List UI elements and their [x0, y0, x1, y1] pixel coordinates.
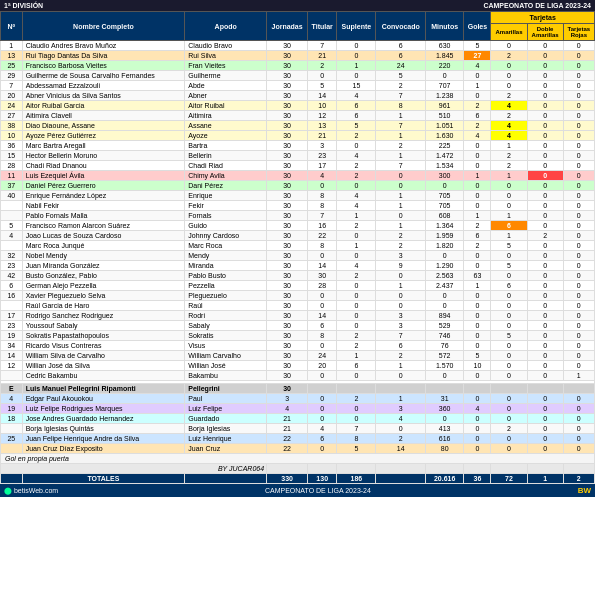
cell-titular: 0	[308, 444, 337, 454]
table-row: Juan Cruz Díaz ExpositoJuan Cruz22051480…	[1, 444, 595, 454]
cell-goles: 0	[464, 444, 491, 454]
cell-rojas: 0	[563, 414, 594, 424]
col-amarillas: Amarillas	[491, 24, 527, 41]
cell-nombre: Youssouf Sabaly	[22, 321, 185, 331]
credit-row: BY JUCAR064	[1, 464, 595, 474]
cell-damarillas: 0	[527, 61, 563, 71]
cell-nombre: Enrique Fernández López	[22, 191, 185, 201]
table-row: 25Francisco Barbosa VieitesFran Vieites3…	[1, 61, 595, 71]
cell-rojas: 0	[563, 301, 594, 311]
cell-apodo: Fekir	[185, 201, 267, 211]
cell-nombre: Nobel Mendy	[22, 251, 185, 261]
cell-apodo: Assane	[185, 121, 267, 131]
cell-apodo: Chadi Riad	[185, 161, 267, 171]
cell-minutos: 1.820	[425, 241, 463, 251]
cell-suplente: 15	[337, 81, 376, 91]
cell-rojas: 0	[563, 394, 594, 404]
cell-nombre: Rodrigo Sanchez Rodriguez	[22, 311, 185, 321]
cell-amarillas: 0	[491, 201, 527, 211]
cell-nombre: Raúl Garcia de Haro	[22, 301, 185, 311]
cell-nombre: Francisco Barbosa Vieites	[22, 61, 185, 71]
cell-amarillas: 0	[491, 394, 527, 404]
cell-damarillas: 0	[527, 141, 563, 151]
table-row: 10Ayoze Pérez GutiérrezAyoze3021211.6304…	[1, 131, 595, 141]
table-row: 6German Alejo PezzellaPezzella3028012.43…	[1, 281, 595, 291]
totals-row: TOTALES33013018620.616367212	[1, 474, 595, 484]
cell-jornadas: 30	[267, 241, 308, 251]
cell-goles: 10	[464, 361, 491, 371]
cell-jornadas: 30	[267, 51, 308, 61]
cell-amarillas: 0	[491, 361, 527, 371]
cell-num: 4	[1, 231, 23, 241]
cell-goles: 0	[464, 251, 491, 261]
cell-rojas: 0	[563, 61, 594, 71]
cell-rojas: 0	[563, 351, 594, 361]
cell-convocado: 3	[376, 311, 425, 321]
cell-convocado: 5	[376, 71, 425, 81]
cell-convocado: 7	[376, 91, 425, 101]
cell-convocado: 3	[376, 404, 425, 414]
cell-damarillas: 0	[527, 41, 563, 51]
cell-minutos: 0	[425, 291, 463, 301]
cell-num: 25	[1, 61, 23, 71]
cell-apodo: Guilherme	[185, 71, 267, 81]
cell-suplente: 2	[337, 394, 376, 404]
cell-amarillas: 0	[491, 271, 527, 281]
cell-amarillas: 0	[491, 301, 527, 311]
cell-nombre: Cedric Bakambu	[22, 371, 185, 381]
totals-cell-10: 1	[527, 474, 563, 484]
cell-nombre: Nabil Fekir	[22, 201, 185, 211]
cell-jornadas: 30	[267, 101, 308, 111]
cell-rojas: 0	[563, 111, 594, 121]
cell-titular: 12	[308, 111, 337, 121]
table-row: 36Marc Bartra AregallBartra303022250100	[1, 141, 595, 151]
cell-rojas: 0	[563, 151, 594, 161]
cell-amarillas: 6	[491, 221, 527, 231]
cell-nombre: Willian José da Silva	[22, 361, 185, 371]
table-row: 4Edgar Paul AkouokouPaul3021310000	[1, 394, 595, 404]
cell-num	[1, 371, 23, 381]
cell-nombre: Luis Manuel Pellegrini Ripamonti	[22, 384, 185, 394]
cell-amarillas: 6	[491, 281, 527, 291]
cell-damarillas: 0	[527, 161, 563, 171]
cell-titular: 14	[308, 311, 337, 321]
cell-titular: 30	[308, 271, 337, 281]
cell-convocado: 7	[376, 121, 425, 131]
cell-num: 16	[1, 291, 23, 301]
cell-titular: 5	[308, 81, 337, 91]
cell-jornadas: 30	[267, 41, 308, 51]
cell-apodo: Abner	[185, 91, 267, 101]
cell-goles: 0	[464, 191, 491, 201]
table-row: 11Luis Ezequiel ÁvilaChimy Avila30420300…	[1, 171, 595, 181]
cell-jornadas: 3	[267, 394, 308, 404]
cell-jornadas: 30	[267, 371, 308, 381]
cell-damarillas: 0	[527, 271, 563, 281]
cell-rojas: 0	[563, 361, 594, 371]
cell-goles: 63	[464, 271, 491, 281]
cell-rojas: 0	[563, 121, 594, 131]
col-convocado: Convocado	[376, 12, 425, 41]
cell-convocado: 0	[376, 291, 425, 301]
cell-damarillas: 0	[527, 444, 563, 454]
table-row: Raúl Garcia de HaroRaúl3000000000	[1, 301, 595, 311]
table-row: 27Aitimira ClavellAitimira3012615106200	[1, 111, 595, 121]
cell-damarillas: 0	[527, 414, 563, 424]
table-row: 38Diao Diaoune, AssaneAssane3013571.0512…	[1, 121, 595, 131]
cell-num: 24	[1, 101, 23, 111]
col-titular: Titular	[308, 12, 337, 41]
cell-rojas: 0	[563, 251, 594, 261]
cell-rojas: 0	[563, 91, 594, 101]
cell-suplente: 0	[337, 231, 376, 241]
cell-damarillas: 0	[527, 191, 563, 201]
table-row: Pablo Fornals MallaFornals307106081100	[1, 211, 595, 221]
cell-amarillas: 0	[491, 191, 527, 201]
cell-damarillas: 0	[527, 81, 563, 91]
cell-convocado: 1	[376, 151, 425, 161]
cell-titular: 10	[308, 101, 337, 111]
cell-goles: 0	[464, 161, 491, 171]
cell-damarillas: 0	[527, 241, 563, 251]
cell-suplente: 1	[337, 351, 376, 361]
table-row: 15Hector Bellerin MorunoBellerin3023411.…	[1, 151, 595, 161]
cell-nombre: Guilherme de Sousa Carvalho Fernandes	[22, 71, 185, 81]
cell-jornadas: 4	[267, 404, 308, 414]
